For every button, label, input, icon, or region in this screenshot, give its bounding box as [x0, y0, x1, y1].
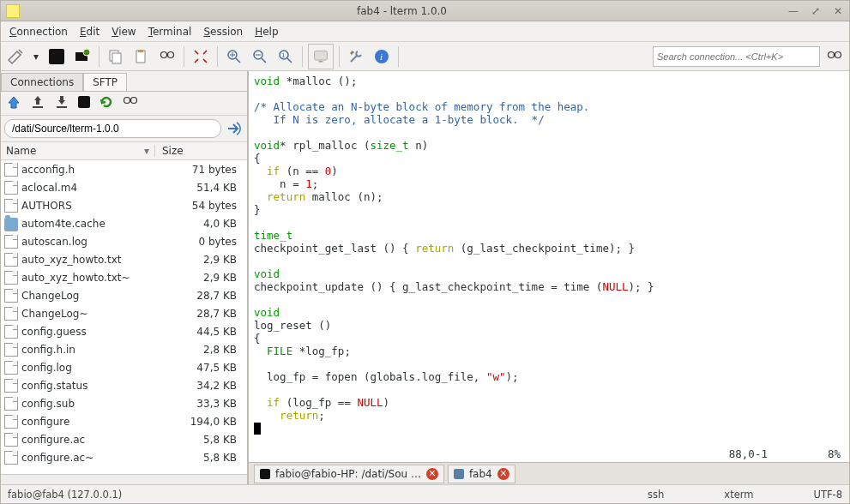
menu-connection[interactable]: Connection	[4, 24, 73, 39]
list-item[interactable]: configure194,0 KB	[1, 412, 247, 430]
download-icon[interactable]	[54, 94, 69, 112]
svg-point-21	[131, 98, 137, 104]
list-item[interactable]: config.guess44,5 KB	[1, 322, 247, 340]
statusbar: fabio@fab4 (127.0.0.1) ssh xterm UTF-8	[1, 484, 849, 503]
find-file-icon[interactable]	[123, 94, 138, 112]
list-item[interactable]: aclocal.m451,4 KB	[1, 178, 247, 196]
file-name: autom4te.cache	[21, 218, 177, 230]
close-icon[interactable]: ✕	[497, 468, 509, 480]
terminal-icon[interactable]	[45, 45, 68, 68]
list-item[interactable]: config.h.in2,8 KB	[1, 340, 247, 358]
menu-edit[interactable]: Edit	[75, 24, 105, 39]
list-item[interactable]: ChangeLog28,7 KB	[1, 286, 247, 304]
file-size: 2,9 KB	[177, 254, 244, 266]
file-list[interactable]: acconfig.h71 bytesaclocal.m451,4 KBAUTHO…	[1, 160, 247, 474]
menu-session[interactable]: Session	[198, 24, 248, 39]
path-input[interactable]	[4, 119, 221, 138]
status-connection: ssh	[648, 489, 664, 501]
file-name: config.h.in	[21, 344, 177, 356]
terminal-tab[interactable]: fab4 ✕	[448, 465, 515, 483]
file-size: 2,8 KB	[177, 344, 244, 356]
titlebar: fab4 - lterm 1.0.0 — ⤢ ✕	[1, 1, 849, 21]
menu-terminal[interactable]: Terminal	[143, 24, 197, 39]
file-size: 2,9 KB	[177, 272, 244, 284]
file-size: 0 bytes	[177, 236, 244, 248]
terminal-attach-icon[interactable]	[71, 45, 93, 68]
file-name: configure.ac	[21, 434, 177, 446]
tab-connections[interactable]: Connections	[1, 73, 83, 91]
zoom-in-icon[interactable]	[223, 45, 245, 68]
find-icon[interactable]	[156, 45, 178, 68]
file-icon	[4, 289, 18, 303]
menu-view[interactable]: View	[106, 24, 141, 39]
list-item[interactable]: config.status34,2 KB	[1, 376, 247, 394]
list-item[interactable]: AUTHORS54 bytes	[1, 196, 247, 214]
menu-help[interactable]: Help	[250, 24, 283, 39]
list-item[interactable]: auto_xyz_howto.txt~2,9 KB	[1, 268, 247, 286]
file-name: aclocal.m4	[21, 182, 177, 194]
file-icon	[4, 361, 18, 375]
select-inward-icon[interactable]	[190, 45, 212, 68]
list-item[interactable]: autom4te.cache4,0 KB	[1, 214, 247, 232]
minimize-icon[interactable]: —	[787, 5, 799, 17]
list-item[interactable]: ChangeLog~28,7 KB	[1, 304, 247, 322]
list-item[interactable]: auto_xyz_howto.txt2,9 KB	[1, 250, 247, 268]
tab-sftp[interactable]: SFTP	[83, 73, 127, 91]
zoom-out-icon[interactable]	[249, 45, 271, 68]
close-window-icon[interactable]: ✕	[832, 5, 844, 17]
svg-rect-3	[112, 53, 121, 63]
column-header-name[interactable]: Name▾	[1, 145, 155, 157]
file-size: 44,5 KB	[177, 326, 244, 338]
search-binoculars-icon[interactable]	[823, 45, 846, 68]
svg-point-6	[161, 51, 167, 57]
paste-icon[interactable]	[130, 45, 153, 68]
column-header-size[interactable]: Size	[155, 145, 247, 157]
svg-point-16	[829, 51, 835, 57]
terminal-tabs: fabio@fabio-HP: /dati/Sou … ✕ fab4 ✕	[249, 462, 849, 484]
list-item[interactable]: config.sub33,3 KB	[1, 394, 247, 412]
svg-point-20	[124, 98, 130, 104]
list-item[interactable]: configure.ac5,8 KB	[1, 430, 247, 448]
svg-rect-19	[57, 106, 67, 108]
window-title: fab4 - lterm 1.0.0	[27, 5, 777, 17]
file-size: 71 bytes	[177, 164, 244, 176]
open-terminal-icon[interactable]	[78, 96, 90, 111]
file-icon	[4, 253, 18, 267]
refresh-icon[interactable]	[99, 94, 114, 112]
display-icon[interactable]	[308, 44, 334, 69]
file-name: config.log	[21, 362, 177, 374]
file-size: 28,7 KB	[177, 308, 244, 320]
go-up-icon[interactable]	[6, 94, 21, 112]
horizontal-scrollbar[interactable]	[1, 474, 247, 484]
info-icon[interactable]: i	[371, 45, 393, 68]
upload-icon[interactable]	[30, 94, 45, 112]
list-item[interactable]: autoscan.log0 bytes	[1, 232, 247, 250]
file-name: autoscan.log	[21, 236, 177, 248]
file-icon	[4, 181, 18, 195]
svg-rect-18	[33, 106, 43, 108]
code-view[interactable]: void *malloc (); /* Allocate an N-byte b…	[249, 71, 849, 462]
zoom-reset-icon[interactable]: 1	[274, 45, 297, 68]
terminal-tab-label: fabio@fabio-HP: /dati/Sou …	[275, 468, 421, 480]
file-size: 5,8 KB	[177, 434, 244, 446]
search-connection-input[interactable]	[653, 46, 820, 67]
list-item[interactable]: config.log47,5 KB	[1, 358, 247, 376]
svg-rect-5	[138, 50, 143, 52]
connect-icon[interactable]	[4, 45, 27, 68]
close-icon[interactable]: ✕	[426, 468, 438, 480]
file-icon	[4, 379, 18, 393]
tools-icon[interactable]	[345, 45, 367, 68]
main-toolbar: ▾ 1 i	[1, 42, 849, 71]
maximize-icon[interactable]: ⤢	[810, 5, 822, 17]
go-icon[interactable]	[225, 119, 244, 138]
list-item[interactable]: configure.ac~5,8 KB	[1, 448, 247, 466]
svg-point-1	[83, 49, 90, 56]
file-icon	[4, 397, 18, 411]
copy-icon[interactable]	[105, 45, 127, 68]
folder-icon	[4, 218, 18, 231]
file-name: config.status	[21, 380, 177, 392]
status-encoding: UTF-8	[813, 489, 842, 501]
list-item[interactable]: acconfig.h71 bytes	[1, 160, 247, 178]
dropdown-icon[interactable]: ▾	[30, 45, 42, 68]
terminal-tab[interactable]: fabio@fabio-HP: /dati/Sou … ✕	[254, 465, 444, 483]
